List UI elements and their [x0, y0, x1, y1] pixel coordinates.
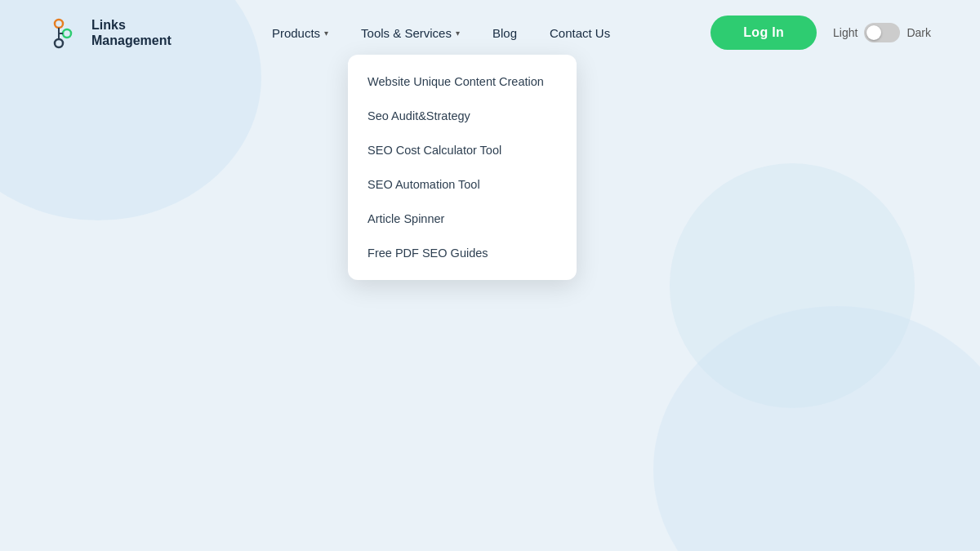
dropdown-item-seo-audit[interactable]: Seo Audit&Strategy [348, 99, 577, 133]
logo-icon [49, 16, 83, 50]
logo-brand-sub: Management [91, 33, 172, 48]
logo[interactable]: Links Management [49, 16, 172, 50]
nav-label-blog: Blog [492, 26, 517, 40]
nav-links: Products ▾ Tools & Services ▾ Website Un… [259, 20, 623, 47]
theme-toggle: Light Dark [833, 23, 931, 42]
theme-dark-label: Dark [906, 26, 931, 39]
nav-link-products[interactable]: Products ▾ [259, 20, 341, 47]
nav-label-contact: Contact Us [550, 26, 610, 40]
nav-link-contact[interactable]: Contact Us [537, 20, 623, 47]
svg-point-0 [55, 20, 63, 28]
logo-text: Links Management [91, 17, 172, 48]
nav-label-tools: Tools & Services [361, 26, 452, 40]
chevron-down-icon-products: ▾ [324, 29, 328, 38]
theme-toggle-track[interactable] [864, 23, 900, 42]
nav-link-tools[interactable]: Tools & Services ▾ [348, 20, 473, 47]
nav-item-blog: Blog [479, 20, 530, 47]
login-button[interactable]: Log In [710, 16, 817, 50]
logo-brand-name: Links [91, 17, 172, 33]
dropdown-item-article-spinner[interactable]: Article Spinner [348, 202, 577, 236]
dropdown-item-seo-automation[interactable]: SEO Automation Tool [348, 167, 577, 202]
dropdown-item-pdf-guides[interactable]: Free PDF SEO Guides [348, 236, 577, 270]
theme-light-label: Light [833, 26, 858, 39]
nav-item-products: Products ▾ [259, 20, 341, 47]
dropdown-item-website-content[interactable]: Website Unique Content Creation [348, 64, 577, 99]
nav-item-tools: Tools & Services ▾ Website Unique Conten… [348, 20, 473, 47]
nav-item-contact: Contact Us [537, 20, 623, 47]
nav-right: Log In Light Dark [710, 16, 931, 50]
bg-decoration-middle-right [670, 163, 915, 408]
dropdown-item-seo-calculator[interactable]: SEO Cost Calculator Tool [348, 133, 577, 167]
svg-point-1 [63, 29, 71, 38]
svg-point-2 [55, 39, 63, 47]
nav-link-blog[interactable]: Blog [479, 20, 530, 47]
tools-dropdown-menu: Website Unique Content Creation Seo Audi… [348, 55, 577, 280]
nav-label-products: Products [272, 26, 320, 40]
theme-toggle-thumb [866, 25, 881, 40]
chevron-down-icon-tools: ▾ [456, 29, 460, 38]
navbar: Links Management Products ▾ Tools & Serv… [0, 0, 980, 65]
